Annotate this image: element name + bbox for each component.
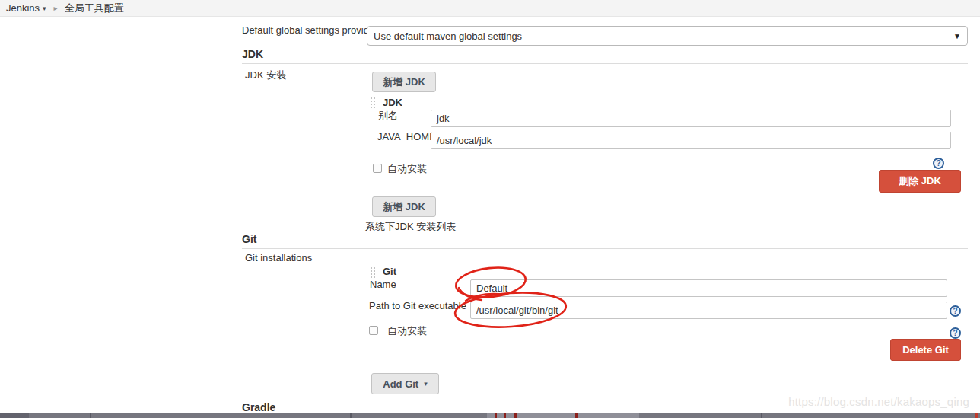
jdk-installations-label: JDK 安装 — [245, 69, 286, 82]
help-icon[interactable]: ? — [933, 158, 944, 169]
drag-handle-icon[interactable] — [370, 97, 377, 109]
csdn-watermark: https://blog.csdn.net/kakaops_qing — [788, 395, 969, 408]
system-jdk-list-note: 系统下JDK 安装列表 — [365, 220, 456, 234]
bottom-edge-bar — [0, 413, 980, 418]
bottom-bar-red-tick — [495, 413, 497, 418]
default-global-settings-provider-select[interactable]: Use default maven global settings ▼ — [367, 26, 968, 46]
bottom-bar-divider — [90, 413, 91, 418]
bottom-bar-segment — [0, 413, 29, 418]
jdk-alias-input[interactable]: jdk — [431, 110, 951, 127]
add-git-button[interactable]: Add Git ▾ — [371, 373, 439, 394]
breadcrumb-page-title[interactable]: 全局工具配置 — [65, 2, 124, 15]
jenkins-global-tool-configuration-page: Jenkins ▾ ▸ 全局工具配置 Default global settin… — [0, 0, 980, 418]
bottom-bar-red-tick — [975, 413, 978, 418]
add-jdk-button-bottom[interactable]: 新增 JDK — [372, 196, 436, 217]
git-auto-install-checkbox[interactable] — [369, 326, 378, 335]
jdk-alias-label: 别名 — [378, 109, 398, 123]
gradle-section-header: Gradle — [242, 401, 275, 413]
java-home-input[interactable]: /usr/local/jdk — [431, 132, 951, 149]
git-name-label: Name — [370, 279, 396, 290]
java-home-label: JAVA_HOME — [377, 131, 436, 142]
breadcrumb-separator-icon: ▸ — [54, 4, 58, 12]
jdk-section-header: JDK — [242, 48, 968, 64]
select-caret-icon: ▼ — [953, 32, 961, 40]
add-git-button-label: Add Git — [383, 378, 418, 390]
bottom-bar-segment — [487, 413, 639, 418]
git-name-input[interactable]: Default — [470, 279, 947, 297]
chevron-down-icon: ▾ — [424, 380, 428, 388]
chevron-down-icon: ▾ — [43, 5, 46, 12]
add-jdk-button-top[interactable]: 新增 JDK — [372, 72, 436, 92]
git-path-label: Path to Git executable — [369, 300, 466, 311]
drag-handle-icon[interactable] — [370, 266, 377, 279]
git-auto-install-label: 自动安装 — [387, 324, 427, 338]
help-icon[interactable]: ? — [950, 305, 961, 317]
breadcrumb-jenkins-menu[interactable]: Jenkins ▾ — [6, 2, 46, 14]
bottom-bar-red-tick — [504, 413, 506, 418]
jdk-auto-install-label: 自动安装 — [387, 162, 427, 176]
git-path-input[interactable]: /usr/local/git/bin/git — [470, 302, 947, 319]
breadcrumb-root-label: Jenkins — [6, 2, 40, 14]
git-item-title: Git — [383, 266, 396, 277]
jdk-auto-install-checkbox[interactable] — [373, 164, 382, 173]
bottom-bar-red-tick — [514, 413, 517, 418]
help-icon[interactable]: ? — [950, 327, 961, 339]
select-value: Use default maven global settings — [374, 30, 953, 42]
bottom-bar-divider — [350, 413, 352, 418]
delete-jdk-button[interactable]: 删除 JDK — [879, 170, 961, 193]
bottom-bar-divider — [761, 413, 762, 418]
git-installations-label: Git installations — [245, 252, 312, 263]
delete-git-button[interactable]: Delete Git — [890, 339, 961, 361]
bottom-bar-red-tick — [575, 413, 578, 418]
jdk-item-title: JDK — [383, 97, 402, 108]
git-section-header: Git — [242, 233, 968, 249]
default-global-settings-provider-label: Default global settings provider — [242, 24, 364, 36]
breadcrumb: Jenkins ▾ ▸ 全局工具配置 — [0, 0, 980, 17]
